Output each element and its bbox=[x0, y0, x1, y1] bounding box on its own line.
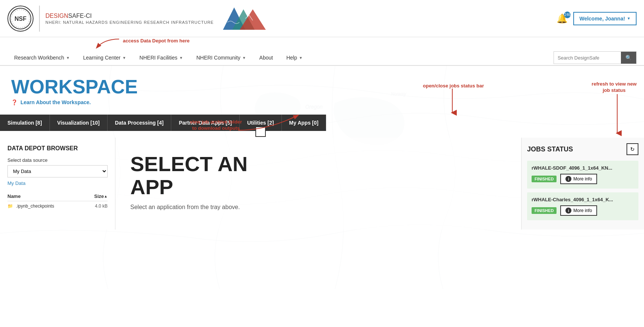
job-name: rWHALE-Charles_4096_1_1x64_K... bbox=[532, 197, 634, 202]
nav-nheri-facilities[interactable]: NHERI Facilities ▼ bbox=[133, 50, 190, 65]
brand-safe: SAFE-CI bbox=[68, 13, 92, 19]
annotation-access-depot: access Data Depot from here bbox=[123, 38, 189, 44]
help-icon: ❓ bbox=[11, 99, 17, 105]
select-app-panel: view job archive folder to download outp… bbox=[115, 138, 521, 230]
nav-learning-center-arrow: ▼ bbox=[122, 56, 126, 60]
notification-badge: 246 bbox=[564, 12, 571, 18]
tab-simulation[interactable]: Simulation [8] bbox=[0, 115, 50, 131]
brand-name: DESIGNSAFE-CI bbox=[45, 13, 214, 19]
jobs-header: JOBS STATUS ↻ bbox=[527, 143, 638, 155]
search-input[interactable] bbox=[554, 52, 621, 63]
nav-nheri-facilities-arrow: ▼ bbox=[179, 56, 183, 60]
nav-nheri-community-arrow: ▼ bbox=[242, 56, 246, 60]
app-tabs: Simulation [8] Visualization [10] Data P… bbox=[0, 115, 644, 131]
brand-sub: NHERI: NATURAL HAZARDS ENGINEERING RESEA… bbox=[45, 20, 214, 25]
notification-button[interactable]: 🔔 246 bbox=[557, 13, 568, 24]
jobs-title: JOBS STATUS bbox=[527, 145, 573, 153]
nav-nheri-community[interactable]: NHERI Community ▼ bbox=[189, 50, 252, 65]
tab-data-processing[interactable]: Data Processing [4] bbox=[108, 115, 172, 131]
header-right: 🔔 246 Welcome, Joanna! ▼ bbox=[557, 12, 637, 25]
workspace-header: WORKSPACE ❓ Learn About the Workspace. bbox=[0, 66, 644, 109]
brand-design: DESIGN bbox=[45, 13, 68, 19]
nav-research-workbench-arrow: ▼ bbox=[66, 56, 70, 60]
file-table-name-header: Name bbox=[7, 192, 85, 201]
more-info-button-2[interactable]: i More info bbox=[560, 205, 597, 216]
nav-search: 🔍 bbox=[554, 51, 637, 64]
job-status-row: FINISHED i More info bbox=[532, 174, 634, 184]
content: WORKSPACE ❓ Learn About the Workspace. o… bbox=[0, 66, 644, 230]
nav-help[interactable]: Help ▼ bbox=[280, 50, 309, 65]
info-icon: i bbox=[565, 208, 571, 214]
tab-visualization[interactable]: Visualization [10] bbox=[50, 115, 108, 131]
header-divider bbox=[39, 6, 40, 32]
annotation-arrow-refresh bbox=[610, 94, 625, 139]
nsf-logo: NSF bbox=[7, 6, 34, 32]
svg-text:NSF: NSF bbox=[15, 16, 26, 22]
job-status-row: FINISHED i More info bbox=[532, 205, 634, 216]
welcome-dropdown-arrow: ▼ bbox=[627, 16, 631, 20]
nav-learning-center[interactable]: Learning Center ▼ bbox=[76, 50, 133, 65]
data-source-select[interactable]: My Data Community Data Published bbox=[7, 165, 108, 177]
more-info-button-1[interactable]: i More info bbox=[560, 174, 597, 184]
search-button[interactable]: 🔍 bbox=[621, 52, 636, 64]
header-left: NSF DESIGNSAFE-CI NHERI: NATURAL HAZARDS… bbox=[7, 6, 268, 32]
job-name: rWHALE-SDOF_4096_1_1x64_KN... bbox=[532, 165, 634, 171]
workspace-title: WORKSPACE bbox=[11, 77, 633, 96]
nav-research-workbench[interactable]: Research Workbench ▼ bbox=[7, 50, 76, 65]
jobs-status-panel: JOBS STATUS ↻ rWHALE-SDOF_4096_1_1x64_KN… bbox=[521, 138, 644, 230]
brand-block: DESIGNSAFE-CI NHERI: NATURAL HAZARDS ENG… bbox=[45, 13, 214, 25]
app-tabs-container: open/close jobs status bar refresh to vi… bbox=[0, 109, 644, 131]
sort-arrow-icon[interactable]: ▲ bbox=[104, 194, 108, 198]
data-depot-title: DATA DEPOT BROWSER bbox=[7, 145, 108, 152]
annotation-arrow-jobs bbox=[445, 89, 460, 118]
select-app-title: SELECT AN APP bbox=[130, 153, 506, 198]
table-row: 📁 .ipynb_checkpoints 4.0 kB bbox=[7, 201, 108, 211]
annotation-arrow-depot bbox=[89, 37, 127, 50]
data-depot-browser: DATA DEPOT BROWSER Select data source My… bbox=[0, 138, 115, 230]
annotation-refresh: refresh to view new job status bbox=[592, 81, 637, 94]
workspace-learn: ❓ Learn About the Workspace. bbox=[11, 99, 633, 105]
nav-help-arrow: ▼ bbox=[299, 56, 303, 60]
file-size: 4.0 kB bbox=[85, 201, 108, 211]
annotation-archive: view job archive folder to download outp… bbox=[190, 119, 242, 132]
job-status-badge: FINISHED bbox=[532, 207, 557, 214]
job-status-badge: FINISHED bbox=[532, 176, 557, 182]
refresh-jobs-button[interactable]: ↻ bbox=[627, 143, 638, 155]
header-logos bbox=[223, 6, 268, 32]
file-table: Name Size ▲ 📁 .ipynb_checkp bbox=[7, 192, 108, 211]
main-area: Oregon Norway WORKSPACE ❓ Learn About th… bbox=[0, 66, 644, 308]
nav-about[interactable]: About bbox=[253, 50, 280, 65]
header: NSF DESIGNSAFE-CI NHERI: NATURAL HAZARDS… bbox=[0, 0, 644, 37]
annotation-arrow-archive bbox=[238, 112, 305, 132]
select-app-subtitle: Select an application from the tray abov… bbox=[130, 204, 506, 211]
file-table-size-header: Size ▲ bbox=[85, 192, 108, 201]
folder-icon: 📁 bbox=[7, 203, 13, 209]
job-item: rWHALE-Charles_4096_1_1x64_K... FINISHED… bbox=[527, 192, 638, 220]
welcome-dropdown-button[interactable]: Welcome, Joanna! ▼ bbox=[573, 12, 637, 25]
nav-bar: Research Workbench ▼ Learning Center ▼ N… bbox=[0, 50, 644, 66]
learn-link[interactable]: Learn About the Workspace. bbox=[20, 99, 91, 105]
three-col-layout: DATA DEPOT BROWSER Select data source My… bbox=[0, 138, 644, 230]
my-data-link[interactable]: My Data bbox=[7, 180, 108, 186]
info-icon: i bbox=[565, 176, 571, 182]
job-item: rWHALE-SDOF_4096_1_1x64_KN... FINISHED i… bbox=[527, 161, 638, 189]
data-source-label: Select data source bbox=[7, 157, 108, 163]
